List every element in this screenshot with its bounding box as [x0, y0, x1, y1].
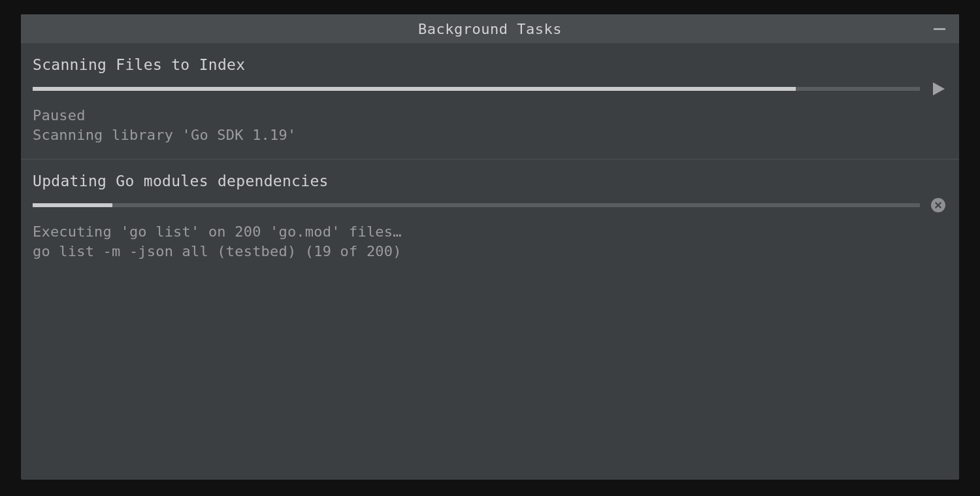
task-title: Updating Go modules dependencies [33, 173, 947, 190]
progress-bar [33, 203, 920, 207]
play-icon[interactable] [929, 80, 947, 98]
close-icon [931, 198, 945, 212]
svg-marker-0 [933, 82, 945, 95]
task-status-line: Executing 'go list' on 200 'go.mod' file… [33, 222, 947, 242]
titlebar: Background Tasks [21, 14, 959, 43]
task-title: Scanning Files to Index [33, 56, 947, 73]
minimize-icon[interactable] [930, 20, 949, 38]
cancel-button[interactable] [929, 196, 947, 214]
task-status: Paused Scanning library 'Go SDK 1.19' [33, 106, 947, 144]
background-tasks-window: Background Tasks Scanning Files to Index… [21, 14, 959, 480]
task-scanning-files: Scanning Files to Index Paused Scanning … [21, 43, 959, 159]
progress-fill [33, 203, 112, 207]
task-status-line: Scanning library 'Go SDK 1.19' [33, 125, 947, 145]
task-progress-row [33, 80, 947, 98]
tasks-body: Scanning Files to Index Paused Scanning … [21, 43, 959, 480]
task-status-line: Paused [33, 106, 947, 125]
task-status: Executing 'go list' on 200 'go.mod' file… [33, 222, 947, 261]
progress-bar [33, 87, 920, 91]
task-status-line: go list -m -json all (testbed) (19 of 20… [33, 242, 947, 261]
task-progress-row [33, 196, 947, 214]
task-updating-go-modules: Updating Go modules dependencies Executi… [21, 159, 959, 275]
window-title: Background Tasks [418, 21, 562, 37]
progress-fill [33, 87, 796, 91]
